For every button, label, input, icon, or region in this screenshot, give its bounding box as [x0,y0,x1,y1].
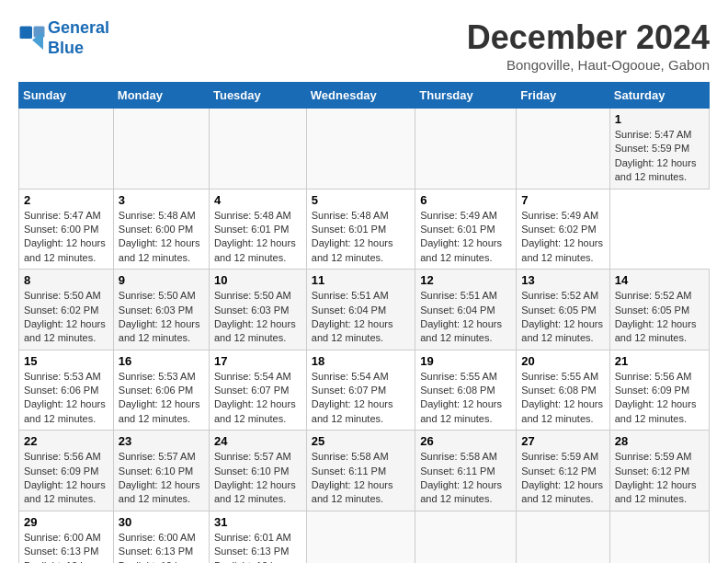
calendar-header-row: SundayMondayTuesdayWednesdayThursdayFrid… [19,83,710,109]
day-of-week-header: Thursday [415,83,517,109]
day-cell: 14 Sunrise: 5:52 AM Sunset: 6:05 PM Dayl… [609,270,709,350]
day-of-week-header: Monday [113,83,209,109]
day-number: 11 [312,273,410,287]
day-info: Sunrise: 5:50 AM Sunset: 6:02 PM Dayligh… [24,289,108,346]
empty-day-cell [306,511,415,563]
empty-day-cell [113,109,209,190]
calendar-week-row: 22 Sunrise: 5:56 AM Sunset: 6:09 PM Dayl… [19,431,710,511]
day-number: 24 [214,434,301,448]
day-info: Sunrise: 5:50 AM Sunset: 6:03 PM Dayligh… [214,289,301,346]
day-info: Sunrise: 5:48 AM Sunset: 6:00 PM Dayligh… [119,209,204,266]
day-info: Sunrise: 5:48 AM Sunset: 6:01 PM Dayligh… [214,209,301,266]
day-of-week-header: Friday [517,83,609,109]
logo-icon [18,25,46,52]
day-cell: 11 Sunrise: 5:51 AM Sunset: 6:04 PM Dayl… [306,270,415,350]
day-info: Sunrise: 5:48 AM Sunset: 6:01 PM Dayligh… [312,209,410,266]
day-info: Sunrise: 5:47 AM Sunset: 5:59 PM Dayligh… [615,128,704,185]
day-number: 17 [214,354,301,368]
day-info: Sunrise: 5:55 AM Sunset: 6:08 PM Dayligh… [420,370,511,427]
day-info: Sunrise: 6:00 AM Sunset: 6:13 PM Dayligh… [24,531,108,563]
day-number: 9 [119,273,204,287]
day-number: 10 [214,273,301,287]
day-info: Sunrise: 5:56 AM Sunset: 6:09 PM Dayligh… [24,450,108,507]
empty-day-cell [306,109,415,190]
day-cell: 29 Sunrise: 6:00 AM Sunset: 6:13 PM Dayl… [19,511,114,563]
day-cell: 19 Sunrise: 5:55 AM Sunset: 6:08 PM Dayl… [415,350,517,431]
day-info: Sunrise: 5:51 AM Sunset: 6:04 PM Dayligh… [420,289,511,346]
day-number: 3 [119,193,204,207]
day-cell: 15 Sunrise: 5:53 AM Sunset: 6:06 PM Dayl… [19,350,114,431]
empty-day-cell [517,511,609,563]
day-info: Sunrise: 5:52 AM Sunset: 6:05 PM Dayligh… [521,289,604,346]
day-cell: 26 Sunrise: 5:58 AM Sunset: 6:11 PM Dayl… [415,431,517,511]
day-info: Sunrise: 5:49 AM Sunset: 6:02 PM Dayligh… [521,209,604,266]
day-info: Sunrise: 5:55 AM Sunset: 6:08 PM Dayligh… [521,370,604,427]
day-of-week-header: Tuesday [209,83,306,109]
day-cell: 24 Sunrise: 5:57 AM Sunset: 6:10 PM Dayl… [209,431,306,511]
day-number: 19 [420,354,511,368]
day-number: 14 [615,273,704,287]
calendar-week-row: 15 Sunrise: 5:53 AM Sunset: 6:06 PM Dayl… [19,350,710,431]
day-info: Sunrise: 6:01 AM Sunset: 6:13 PM Dayligh… [214,531,301,563]
day-number: 15 [24,354,108,368]
calendar-week-row: 2 Sunrise: 5:47 AM Sunset: 6:00 PM Dayli… [19,189,710,270]
day-number: 29 [24,515,108,529]
day-cell: 21 Sunrise: 5:56 AM Sunset: 6:09 PM Dayl… [609,350,709,431]
location-title: Bongoville, Haut-Ogooue, Gabon [467,57,710,73]
empty-day-cell [517,109,609,190]
day-number: 30 [119,515,204,529]
day-info: Sunrise: 5:52 AM Sunset: 6:05 PM Dayligh… [615,289,704,346]
day-cell: 12 Sunrise: 5:51 AM Sunset: 6:04 PM Dayl… [415,270,517,350]
day-number: 22 [24,434,108,448]
calendar-week-row: 8 Sunrise: 5:50 AM Sunset: 6:02 PM Dayli… [19,270,710,350]
day-cell: 13 Sunrise: 5:52 AM Sunset: 6:05 PM Dayl… [517,270,609,350]
day-info: Sunrise: 5:53 AM Sunset: 6:06 PM Dayligh… [24,370,108,427]
day-info: Sunrise: 5:54 AM Sunset: 6:07 PM Dayligh… [214,370,301,427]
day-number: 13 [521,273,604,287]
day-number: 12 [420,273,511,287]
day-cell: 28 Sunrise: 5:59 AM Sunset: 6:12 PM Dayl… [609,431,709,511]
day-info: Sunrise: 5:57 AM Sunset: 6:10 PM Dayligh… [214,450,301,507]
day-info: Sunrise: 5:47 AM Sunset: 6:00 PM Dayligh… [24,209,108,266]
calendar-week-row: 29 Sunrise: 6:00 AM Sunset: 6:13 PM Dayl… [19,511,710,563]
day-cell: 3 Sunrise: 5:48 AM Sunset: 6:00 PM Dayli… [113,189,209,270]
day-info: Sunrise: 5:57 AM Sunset: 6:10 PM Dayligh… [119,450,204,507]
day-cell: 20 Sunrise: 5:55 AM Sunset: 6:08 PM Dayl… [517,350,609,431]
day-info: Sunrise: 6:00 AM Sunset: 6:13 PM Dayligh… [119,531,204,563]
day-number: 6 [420,193,511,207]
day-number: 27 [521,434,604,448]
day-of-week-header: Sunday [19,83,114,109]
title-block: December 2024 Bongoville, Haut-Ogooue, G… [467,18,710,73]
day-info: Sunrise: 5:59 AM Sunset: 6:12 PM Dayligh… [615,450,704,507]
day-cell: 27 Sunrise: 5:59 AM Sunset: 6:12 PM Dayl… [517,431,609,511]
empty-day-cell [19,109,114,190]
day-cell: 31 Sunrise: 6:01 AM Sunset: 6:13 PM Dayl… [209,511,306,563]
day-cell: 7 Sunrise: 5:49 AM Sunset: 6:02 PM Dayli… [517,189,609,270]
empty-day-cell [415,511,517,563]
day-cell: 5 Sunrise: 5:48 AM Sunset: 6:01 PM Dayli… [306,189,415,270]
day-cell: 16 Sunrise: 5:53 AM Sunset: 6:06 PM Dayl… [113,350,209,431]
day-cell: 25 Sunrise: 5:58 AM Sunset: 6:11 PM Dayl… [306,431,415,511]
day-info: Sunrise: 5:51 AM Sunset: 6:04 PM Dayligh… [312,289,410,346]
day-cell: 17 Sunrise: 5:54 AM Sunset: 6:07 PM Dayl… [209,350,306,431]
day-number: 8 [24,273,108,287]
day-info: Sunrise: 5:58 AM Sunset: 6:11 PM Dayligh… [420,450,511,507]
day-info: Sunrise: 5:58 AM Sunset: 6:11 PM Dayligh… [312,450,410,507]
day-cell: 8 Sunrise: 5:50 AM Sunset: 6:02 PM Dayli… [19,270,114,350]
logo-text: General Blue [48,18,109,58]
empty-day-cell [209,109,306,190]
day-number: 1 [615,112,704,126]
day-number: 31 [214,515,301,529]
day-number: 20 [521,354,604,368]
day-of-week-header: Wednesday [306,83,415,109]
empty-day-cell [609,511,709,563]
day-number: 7 [521,193,604,207]
day-info: Sunrise: 5:59 AM Sunset: 6:12 PM Dayligh… [521,450,604,507]
day-cell: 30 Sunrise: 6:00 AM Sunset: 6:13 PM Dayl… [113,511,209,563]
day-number: 25 [312,434,410,448]
day-number: 2 [24,193,108,207]
calendar-table: SundayMondayTuesdayWednesdayThursdayFrid… [18,82,710,563]
day-cell: 2 Sunrise: 5:47 AM Sunset: 6:00 PM Dayli… [19,189,114,270]
day-of-week-header: Saturday [609,83,709,109]
day-info: Sunrise: 5:56 AM Sunset: 6:09 PM Dayligh… [615,370,704,427]
